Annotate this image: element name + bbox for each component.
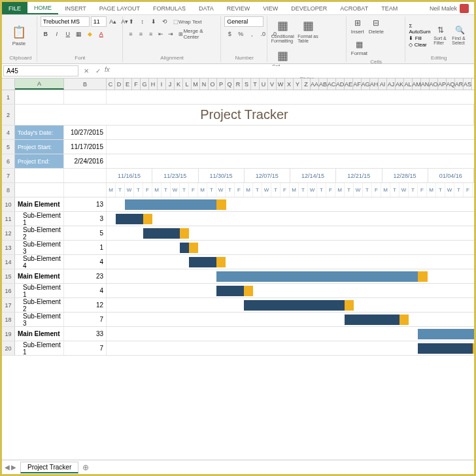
font-size-select[interactable]: 11 bbox=[91, 16, 107, 27]
row-header[interactable]: 7 bbox=[2, 169, 15, 182]
find-select-button[interactable]: 🔍 Find & Select bbox=[450, 24, 469, 46]
bold-button[interactable]: B bbox=[41, 29, 51, 39]
sheet-tab-active[interactable]: Project Tracker bbox=[20, 462, 78, 473]
gantt-row[interactable] bbox=[107, 313, 474, 326]
col-header[interactable]: AN bbox=[421, 78, 430, 90]
row-header[interactable]: 12 bbox=[2, 226, 15, 240]
tab-formulas[interactable]: FORMULAS bbox=[146, 2, 192, 14]
underline-button[interactable]: U bbox=[63, 29, 73, 39]
col-header[interactable]: W bbox=[277, 78, 285, 90]
fill-color-button[interactable]: ◆ bbox=[85, 29, 95, 39]
today-date[interactable]: 10/27/2015 bbox=[64, 126, 107, 139]
row-header[interactable]: 20 bbox=[2, 341, 15, 355]
sheet-nav-last[interactable]: ▶ bbox=[11, 464, 16, 471]
col-header[interactable]: O bbox=[209, 78, 217, 90]
align-middle-button[interactable]: ↕ bbox=[137, 16, 148, 27]
col-header[interactable]: C bbox=[107, 78, 115, 90]
clear-button[interactable]: ◇ Clear bbox=[409, 42, 430, 48]
tab-insert[interactable]: INSERT bbox=[58, 2, 93, 14]
col-header[interactable]: Y bbox=[294, 78, 302, 90]
col-header[interactable]: F bbox=[132, 78, 141, 90]
tab-team[interactable]: TEAM bbox=[375, 2, 404, 14]
row-header[interactable]: 18 bbox=[2, 313, 15, 326]
col-header[interactable]: AI bbox=[379, 78, 387, 90]
sub-element-cell[interactable]: Sub-Element 2 bbox=[15, 298, 64, 312]
border-button[interactable]: ▦ bbox=[74, 29, 84, 39]
col-header[interactable]: AO bbox=[430, 78, 438, 90]
align-center-button[interactable]: ≡ bbox=[136, 29, 145, 39]
wrap-text-button[interactable]: ⬚ Wrap Text bbox=[171, 16, 205, 27]
currency-button[interactable]: $ bbox=[224, 29, 235, 39]
col-header[interactable]: AH bbox=[370, 78, 379, 90]
col-header[interactable]: P bbox=[217, 78, 226, 90]
tab-file[interactable]: FILE bbox=[2, 2, 27, 14]
format-cells-button[interactable]: ▦ Format bbox=[350, 38, 369, 58]
tab-view[interactable]: VIEW bbox=[256, 2, 284, 14]
italic-button[interactable]: I bbox=[52, 29, 62, 39]
row-header[interactable]: 2 bbox=[2, 105, 15, 125]
increase-decimal-button[interactable]: .0 bbox=[258, 29, 268, 39]
main-element-cell[interactable]: Main Element bbox=[15, 197, 64, 211]
col-header[interactable]: T bbox=[251, 78, 260, 90]
select-all-corner[interactable] bbox=[2, 78, 15, 90]
row-header[interactable]: 5 bbox=[2, 140, 15, 154]
orientation-button[interactable]: ⟲ bbox=[160, 16, 170, 27]
gantt-row[interactable] bbox=[107, 197, 474, 211]
gantt-row[interactable] bbox=[107, 327, 474, 341]
row-header[interactable]: 4 bbox=[2, 126, 15, 139]
duration-cell[interactable]: 7 bbox=[64, 313, 107, 326]
start-date[interactable]: 11/17/2015 bbox=[64, 140, 107, 154]
name-box[interactable] bbox=[3, 65, 78, 76]
sub-element-cell[interactable]: Sub-Element 3 bbox=[15, 313, 64, 326]
col-header[interactable]: J bbox=[166, 78, 175, 90]
delete-cells-button[interactable]: ⊟ Delete bbox=[367, 16, 385, 36]
percent-button[interactable]: % bbox=[235, 29, 246, 39]
duration-cell[interactable]: 3 bbox=[64, 212, 107, 226]
align-right-button[interactable]: ≡ bbox=[146, 29, 155, 39]
col-header[interactable]: AD bbox=[336, 78, 345, 90]
gantt-row[interactable] bbox=[107, 241, 474, 254]
col-header[interactable]: H bbox=[149, 78, 158, 90]
col-header[interactable]: AS bbox=[464, 78, 472, 90]
col-header[interactable]: AM bbox=[413, 78, 421, 90]
sub-element-cell[interactable]: Sub-Element 1 bbox=[15, 341, 64, 355]
col-header[interactable]: I bbox=[158, 78, 166, 90]
main-element-cell[interactable]: Main Element bbox=[15, 269, 64, 283]
add-sheet-button[interactable]: ⊕ bbox=[82, 463, 89, 472]
gantt-row[interactable] bbox=[107, 255, 474, 269]
formula-bar[interactable] bbox=[112, 66, 473, 76]
col-header[interactable]: L bbox=[183, 78, 192, 90]
autosum-button[interactable]: Σ AutoSum bbox=[409, 23, 430, 35]
col-header[interactable]: AC bbox=[328, 78, 336, 90]
sub-element-cell[interactable]: Sub-Element 1 bbox=[15, 284, 64, 298]
row-header[interactable]: 8 bbox=[2, 183, 15, 197]
col-header[interactable]: AL bbox=[404, 78, 413, 90]
col-header-A[interactable]: A bbox=[15, 78, 64, 90]
indent-decrease-button[interactable]: ⇤ bbox=[156, 29, 165, 39]
insert-cells-button[interactable]: ⊞ Insert bbox=[350, 16, 366, 36]
align-top-button[interactable]: ⬆ bbox=[126, 16, 137, 27]
increase-font-button[interactable]: A▴ bbox=[108, 16, 118, 27]
col-header[interactable]: AK bbox=[396, 78, 404, 90]
sheet-nav-first[interactable]: ◀ bbox=[5, 464, 10, 471]
cancel-formula-button[interactable]: ✕ bbox=[81, 66, 92, 76]
col-header[interactable]: N bbox=[200, 78, 209, 90]
col-header-B[interactable]: B bbox=[64, 78, 107, 90]
duration-cell[interactable]: 4 bbox=[64, 255, 107, 269]
sub-element-cell[interactable]: Sub-Element 1 bbox=[15, 212, 64, 226]
indent-increase-button[interactable]: ⇥ bbox=[166, 29, 175, 39]
tab-review[interactable]: REVIEW bbox=[220, 2, 257, 14]
col-header[interactable]: V bbox=[268, 78, 277, 90]
sub-element-cell[interactable]: Sub-Element 2 bbox=[15, 226, 64, 240]
font-family-select[interactable]: Trebuchet MS bbox=[41, 16, 90, 27]
tab-acrobat[interactable]: ACROBAT bbox=[333, 2, 375, 14]
user-account[interactable]: Neil Malek bbox=[424, 4, 474, 13]
conditional-formatting-button[interactable]: ▦ Conditional Formatting bbox=[271, 16, 294, 44]
row-header[interactable]: 17 bbox=[2, 298, 15, 312]
col-header[interactable]: S bbox=[243, 78, 251, 90]
gantt-row[interactable] bbox=[107, 212, 474, 226]
gantt-row[interactable] bbox=[107, 269, 474, 283]
row-header[interactable]: 11 bbox=[2, 212, 15, 226]
duration-cell[interactable]: 12 bbox=[64, 298, 107, 312]
col-header[interactable]: AF bbox=[353, 78, 362, 90]
